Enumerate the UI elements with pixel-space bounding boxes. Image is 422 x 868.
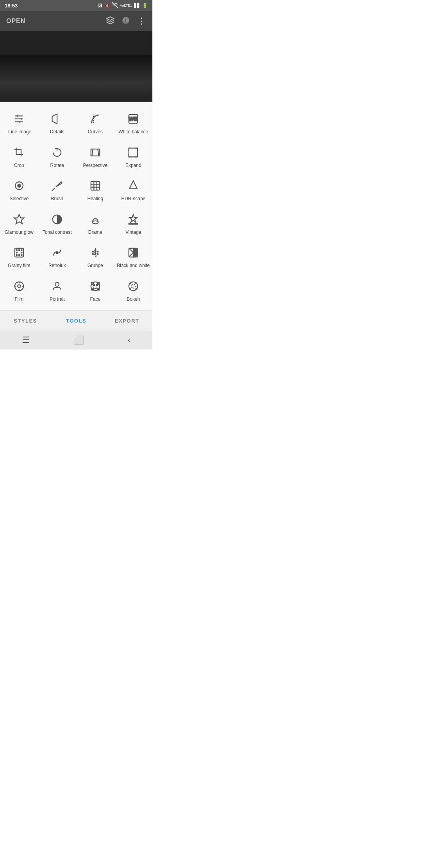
tool-grainy-film[interactable]: Grainy film xyxy=(0,239,38,273)
selective-icon xyxy=(13,179,25,193)
portrait-icon xyxy=(51,279,63,293)
svg-point-32 xyxy=(21,250,22,251)
tool-bokeh[interactable]: Bokeh xyxy=(114,273,153,307)
svg-point-41 xyxy=(92,254,93,255)
mute-icon: 🔇 xyxy=(104,3,110,8)
tab-tools[interactable]: TOOLS xyxy=(51,313,102,328)
nav-bar: ☰ ⬜ ‹ xyxy=(0,331,152,350)
svg-text:WB: WB xyxy=(129,116,138,122)
svg-point-60 xyxy=(130,283,131,284)
crop-label: Crop xyxy=(14,163,24,169)
portrait-label: Portrait xyxy=(50,296,65,303)
svg-point-26 xyxy=(92,221,98,224)
svg-point-36 xyxy=(19,255,20,256)
image-preview xyxy=(0,31,152,102)
tool-rotate[interactable]: Rotate xyxy=(38,139,77,173)
tool-crop[interactable]: Crop xyxy=(0,139,38,173)
layers-icon[interactable] xyxy=(106,16,114,27)
details-label: Details xyxy=(50,129,64,135)
healing-label: Healing xyxy=(87,196,103,202)
svg-point-45 xyxy=(18,285,21,288)
grainy-film-label: Grainy film xyxy=(8,263,30,269)
tool-brush[interactable]: Brush xyxy=(38,172,77,206)
svg-rect-28 xyxy=(129,223,138,224)
svg-marker-9 xyxy=(52,114,57,124)
perspective-icon xyxy=(89,145,101,160)
retrolux-label: Retrolux xyxy=(48,263,66,269)
tool-white-balance[interactable]: WBWhite balance xyxy=(114,106,153,139)
svg-rect-15 xyxy=(129,148,138,157)
svg-point-39 xyxy=(92,251,93,253)
svg-point-37 xyxy=(21,255,22,256)
svg-line-13 xyxy=(92,149,93,156)
rotate-label: Rotate xyxy=(50,163,64,169)
tool-portrait[interactable]: Portrait xyxy=(38,273,77,307)
hdr-scape-label: HDR-scape xyxy=(121,196,145,202)
tab-styles[interactable]: STYLES xyxy=(0,313,51,328)
tool-selective[interactable]: Selective xyxy=(0,172,38,206)
brush-icon xyxy=(51,179,63,193)
perspective-label: Perspective xyxy=(83,163,107,169)
tool-curves[interactable]: Curves xyxy=(76,106,114,139)
svg-point-35 xyxy=(16,255,17,256)
tool-vintage[interactable]: Vintage xyxy=(114,206,153,240)
white-balance-icon: WB xyxy=(127,112,139,126)
nav-home-icon[interactable]: ⬜ xyxy=(73,335,84,345)
tool-glamour-glow[interactable]: Glamour glow xyxy=(0,206,38,240)
svg-point-57 xyxy=(96,285,98,286)
svg-point-56 xyxy=(93,285,95,286)
svg-marker-23 xyxy=(129,181,137,189)
rotate-icon xyxy=(51,145,63,160)
grainy-film-icon xyxy=(13,246,25,260)
film-icon xyxy=(13,279,25,293)
grunge-icon xyxy=(89,246,101,260)
tool-perspective[interactable]: Perspective xyxy=(76,139,114,173)
tool-hdr-scape[interactable]: HDR-scape xyxy=(114,172,153,206)
tool-retrolux[interactable]: Retrolux xyxy=(38,239,77,273)
bokeh-icon xyxy=(127,279,139,293)
face-icon xyxy=(89,279,101,293)
tool-expand[interactable]: Expand xyxy=(114,139,153,173)
svg-marker-0 xyxy=(107,16,114,20)
svg-point-38 xyxy=(56,252,58,254)
expand-icon xyxy=(127,145,139,160)
tool-tune-image[interactable]: Tune image xyxy=(0,106,38,139)
tool-grunge[interactable]: Grunge xyxy=(76,239,114,273)
hdr-scape-icon xyxy=(127,179,139,193)
tools-grid: Tune imageDetailsCurvesWBWhite balanceCr… xyxy=(0,106,152,310)
tool-tonal-contrast[interactable]: Tonal contrast xyxy=(38,206,77,240)
tool-details[interactable]: Details xyxy=(38,106,77,139)
image-canvas xyxy=(0,55,152,102)
vintage-icon xyxy=(127,212,139,226)
drama-icon xyxy=(89,212,101,226)
svg-point-17 xyxy=(18,184,21,187)
tab-export[interactable]: EXPORT xyxy=(102,313,152,328)
drama-label: Drama xyxy=(88,230,102,236)
tool-face[interactable]: Face xyxy=(76,273,114,307)
tool-black-and-white[interactable]: Black and white xyxy=(114,239,153,273)
svg-point-40 xyxy=(97,251,98,253)
svg-point-63 xyxy=(136,289,137,290)
retrolux-icon xyxy=(51,246,63,260)
info-icon[interactable]: i xyxy=(122,16,130,27)
selective-label: Selective xyxy=(9,196,29,202)
wifi-icon xyxy=(112,2,118,9)
svg-point-61 xyxy=(136,283,137,284)
svg-point-31 xyxy=(19,250,20,251)
white-balance-label: White balance xyxy=(118,129,148,135)
tool-film[interactable]: Film xyxy=(0,273,38,307)
face-label: Face xyxy=(90,296,100,303)
bokeh-label: Bokeh xyxy=(127,296,140,303)
signal-icon: ▋▋ xyxy=(134,3,140,8)
tool-healing[interactable]: Healing xyxy=(76,172,114,206)
nav-back-icon[interactable]: ‹ xyxy=(128,335,131,345)
black-and-white-label: Black and white xyxy=(117,263,150,269)
more-options-icon[interactable]: ⋮ xyxy=(137,16,146,26)
svg-rect-18 xyxy=(91,181,100,190)
svg-point-59 xyxy=(131,284,135,288)
nav-menu-icon[interactable]: ☰ xyxy=(22,335,30,345)
glamour-glow-icon xyxy=(13,212,25,226)
tonal-contrast-icon xyxy=(51,212,63,226)
open-button[interactable]: OPEN xyxy=(6,18,25,25)
tool-drama[interactable]: Drama xyxy=(76,206,114,240)
